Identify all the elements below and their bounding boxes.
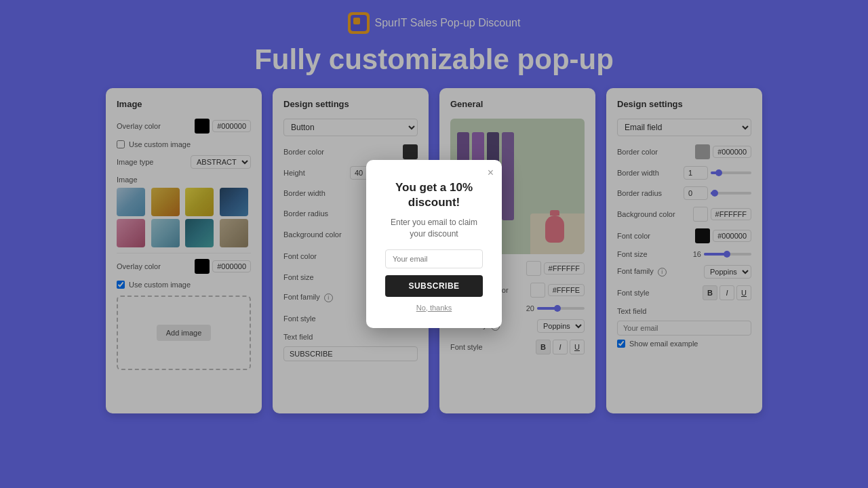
popup-overlay[interactable]: × You get a 10% discount! Enter you emai… xyxy=(0,0,868,488)
popup-subscribe-button[interactable]: SUBSCRIBE xyxy=(385,275,483,297)
popup-subtitle: Enter you email to claim your discount xyxy=(385,217,483,240)
popup-title: You get a 10% discount! xyxy=(385,180,483,210)
popup-close-button[interactable]: × xyxy=(488,167,494,179)
popup-card: × You get a 10% discount! Enter you emai… xyxy=(366,160,502,328)
popup-email-input[interactable] xyxy=(385,249,483,268)
popup-no-thanks[interactable]: No, thanks xyxy=(385,304,483,312)
